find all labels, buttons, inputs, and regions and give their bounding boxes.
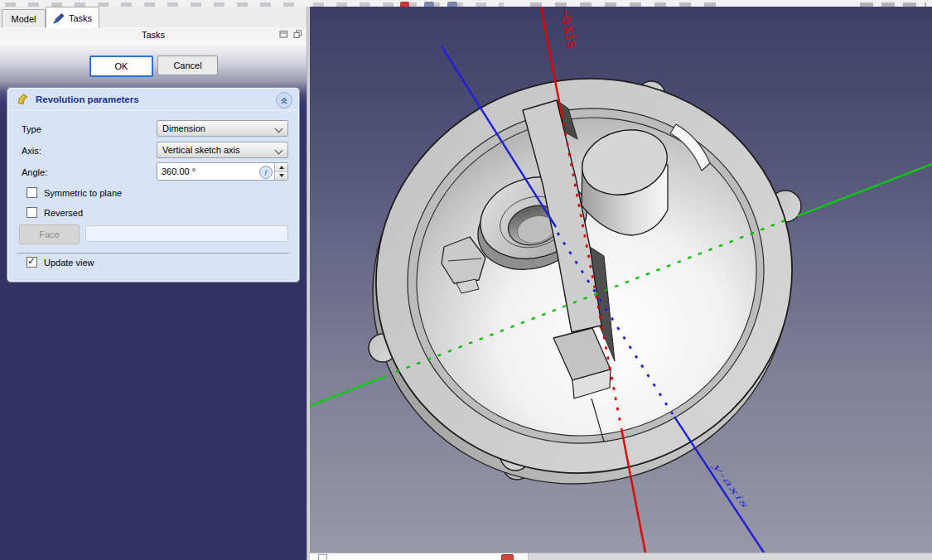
angle-value: 360.00 °: [162, 167, 196, 176]
blue-axis-line: [674, 417, 764, 553]
freecad-window: Model Tasks Tasks: [0, 0, 932, 560]
group-header[interactable]: Revolution parameters: [8, 89, 298, 111]
axis-combobox[interactable]: Vertical sketch axis: [157, 142, 288, 158]
face-button-label: Face: [39, 229, 59, 239]
ok-button[interactable]: OK: [89, 56, 153, 77]
symmetric-to-plane-checkbox[interactable]: Symmetric to plane: [27, 187, 122, 198]
separator: [17, 253, 289, 253]
revolution-icon: [16, 93, 30, 106]
axis-label: Axis:: [22, 146, 41, 156]
tab-tasks[interactable]: Tasks: [46, 7, 99, 28]
type-label: Type: [22, 124, 41, 134]
dock-icon[interactable]: [279, 30, 288, 39]
tab-model-label: Model: [12, 14, 36, 24]
arrow-up-icon: [279, 166, 284, 169]
spin-down-button[interactable]: [275, 172, 287, 181]
update-view-label: Update view: [44, 258, 94, 268]
expression-editor-icon[interactable]: ƒ: [259, 166, 273, 179]
arrow-down-icon: [279, 174, 284, 177]
reversed-label: Reversed: [44, 208, 83, 218]
green-axis-line: [797, 164, 932, 216]
face-field[interactable]: [85, 225, 288, 242]
tab-model[interactable]: Model: [2, 9, 46, 27]
vertical-axis-label: -axis: [558, 7, 582, 51]
chevron-down-icon: [275, 125, 283, 133]
3d-viewport[interactable]: -axis y-axis: [310, 7, 932, 553]
spin-up-button[interactable]: [275, 163, 287, 172]
float-icon[interactable]: [293, 30, 302, 39]
cancel-button-label: Cancel: [173, 60, 201, 70]
update-view-checkbox[interactable]: Update view: [27, 257, 94, 268]
type-combobox[interactable]: Dimension: [157, 120, 288, 137]
axis-value: Vertical sketch axis: [162, 145, 240, 155]
tab-tasks-label: Tasks: [69, 13, 92, 23]
mdi-tabbar-sliver: [310, 553, 932, 560]
checkbox-box[interactable]: [27, 257, 37, 268]
panel-titlebar: Tasks: [0, 27, 307, 42]
chevron-double-up-icon: [279, 95, 289, 105]
task-panel-body: OK Cancel Revolution parameters: [0, 41, 307, 560]
collapse-button[interactable]: [276, 92, 292, 109]
checkbox-box[interactable]: [27, 207, 37, 218]
reversed-checkbox[interactable]: Reversed: [27, 207, 83, 218]
cancel-button[interactable]: Cancel: [157, 56, 218, 75]
group-title: Revolution parameters: [36, 94, 139, 104]
close-icon[interactable]: [501, 554, 514, 560]
symmetric-to-plane-label: Symmetric to plane: [44, 188, 122, 198]
panel-tabbar: Model Tasks: [0, 7, 307, 28]
document-tab[interactable]: [310, 553, 529, 560]
spin-buttons[interactable]: [274, 163, 287, 180]
panel-title-text: Tasks: [142, 30, 165, 40]
angle-spinbox[interactable]: 360.00 ° ƒ: [157, 162, 288, 181]
face-button[interactable]: Face: [19, 224, 80, 244]
chevron-down-icon: [275, 147, 283, 155]
pencil-icon: [53, 12, 65, 24]
ok-button-label: OK: [115, 61, 128, 71]
3d-scene[interactable]: -axis y-axis: [310, 7, 932, 553]
revolved-part[interactable]: [328, 32, 837, 530]
green-axis-line: [310, 376, 386, 406]
type-value: Dimension: [162, 123, 205, 133]
checkbox-box[interactable]: [27, 187, 37, 198]
task-panel: Model Tasks Tasks: [0, 7, 307, 560]
revolution-parameters-group: Revolution parameters Type Dimension Axi…: [7, 87, 300, 282]
angle-label: Angle:: [22, 167, 47, 177]
document-icon: [318, 554, 327, 560]
